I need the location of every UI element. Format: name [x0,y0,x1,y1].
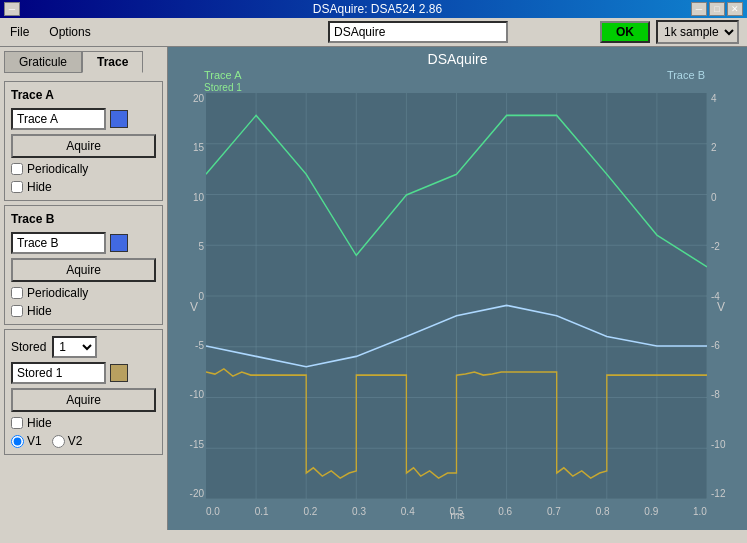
stored-select-row: Stored 1234 [11,336,156,358]
trace-a-section: Trace A Aquire Periodically Hide [4,81,163,201]
trace-a-color-box[interactable] [110,110,128,128]
close-button[interactable]: ✕ [727,2,743,16]
ok-button[interactable]: OK [600,21,650,43]
y-right-m2: -2 [711,241,720,252]
v1-radio-label[interactable]: V1 [11,434,42,448]
y-left-10: 10 [193,192,204,203]
trace-a-hide-row: Hide [11,180,156,194]
trace-a-hide-checkbox[interactable] [11,181,23,193]
v1-label: V1 [27,434,42,448]
y-right-4: 4 [711,93,717,104]
y-right-m6: -6 [711,340,720,351]
trace-b-hide-label: Hide [27,304,52,318]
y-right-unit-label: V [717,300,725,314]
x-0.4: 0.4 [401,506,415,517]
menu-bar: File Options OK 1k sample 2k sample 5k s… [0,18,747,47]
trace-b-color-box[interactable] [110,234,128,252]
chart-title: DSAquire [168,47,747,69]
x-0.7: 0.7 [547,506,561,517]
x-0.8: 0.8 [596,506,610,517]
y-left-m15: -15 [190,439,204,450]
stored-number-select[interactable]: 1234 [52,336,97,358]
tab-bar: Graticule Trace [4,51,163,73]
tab-graticule[interactable]: Graticule [4,51,82,73]
chart-trace-a-label: Trace A [204,69,242,81]
trace-a-title: Trace A [11,88,156,102]
options-menu[interactable]: Options [43,23,96,41]
y-left-m20: -20 [190,488,204,499]
y-left-0: 0 [198,291,204,302]
y-left-m10: -10 [190,389,204,400]
tab-trace[interactable]: Trace [82,51,143,73]
x-0.3: 0.3 [352,506,366,517]
file-menu[interactable]: File [4,23,35,41]
y-left-20: 20 [193,93,204,104]
stored-section: Stored 1234 Aquire Hide V1 [4,329,163,455]
trace-b-periodically-checkbox[interactable] [11,287,23,299]
dsaquire-input[interactable] [328,21,508,43]
trace-a-input[interactable] [11,108,106,130]
x-1.0: 1.0 [693,506,707,517]
title-bar: ─ DSAquire: DSA524 2.86 ─ □ ✕ [0,0,747,18]
stored-hide-checkbox[interactable] [11,417,23,429]
x-0.1: 0.1 [255,506,269,517]
minimize-button[interactable]: ─ [691,2,707,16]
trace-b-section: Trace B Aquire Periodically Hide [4,205,163,325]
x-unit-label: ms [450,509,465,521]
trace-b-aquire-button[interactable]: Aquire [11,258,156,282]
y-right-2: 2 [711,142,717,153]
stored-hide-row: Hide [11,416,156,430]
y-left-unit-label: V [190,300,198,314]
stored-radio-row: V1 V2 [11,434,156,448]
y-right-m10: -10 [711,439,725,450]
stored-input-row [11,362,156,384]
y-right-m8: -8 [711,389,720,400]
trace-a-periodically-label: Periodically [27,162,88,176]
chart-trace-b-label: Trace B [667,69,705,93]
trace-b-input-row [11,232,156,254]
trace-a-input-row [11,108,156,130]
trace-a-periodically-checkbox[interactable] [11,163,23,175]
v2-label: V2 [68,434,83,448]
stored-input[interactable] [11,362,106,384]
main-content: Graticule Trace Trace A Aquire Periodica… [0,47,747,530]
v2-radio[interactable] [52,435,65,448]
x-0.6: 0.6 [498,506,512,517]
trace-a-periodically-row: Periodically [11,162,156,176]
y-left-15: 15 [193,142,204,153]
trace-b-periodically-row: Periodically [11,286,156,300]
stored-hide-label: Hide [27,416,52,430]
trace-a-aquire-button[interactable]: Aquire [11,134,156,158]
y-left-5: 5 [198,241,204,252]
stored-label: Stored [11,340,46,354]
trace-b-title: Trace B [11,212,156,226]
x-0.9: 0.9 [644,506,658,517]
window-title: DSAquire: DSA524 2.86 [64,2,691,16]
left-panel: Graticule Trace Trace A Aquire Periodica… [0,47,168,530]
v1-radio[interactable] [11,435,24,448]
sample-select[interactable]: 1k sample 2k sample 5k sample [656,20,739,44]
trace-b-periodically-label: Periodically [27,286,88,300]
chart-stored-label: Stored 1 [204,82,242,93]
x-0.0: 0.0 [206,506,220,517]
y-left-m5: -5 [195,340,204,351]
system-menu-icon[interactable]: ─ [4,2,20,16]
stored-color-box[interactable] [110,364,128,382]
trace-a-hide-label: Hide [27,180,52,194]
x-0.2: 0.2 [303,506,317,517]
trace-b-hide-row: Hide [11,304,156,318]
trace-b-input[interactable] [11,232,106,254]
stored-aquire-button[interactable]: Aquire [11,388,156,412]
chart-svg [206,93,707,499]
trace-b-hide-checkbox[interactable] [11,305,23,317]
y-right-0: 0 [711,192,717,203]
chart-area: DSAquire Trace A Stored 1 Trace B 20 15 … [168,47,747,530]
v2-radio-label[interactable]: V2 [52,434,83,448]
maximize-button[interactable]: □ [709,2,725,16]
y-right-m12: -12 [711,488,725,499]
